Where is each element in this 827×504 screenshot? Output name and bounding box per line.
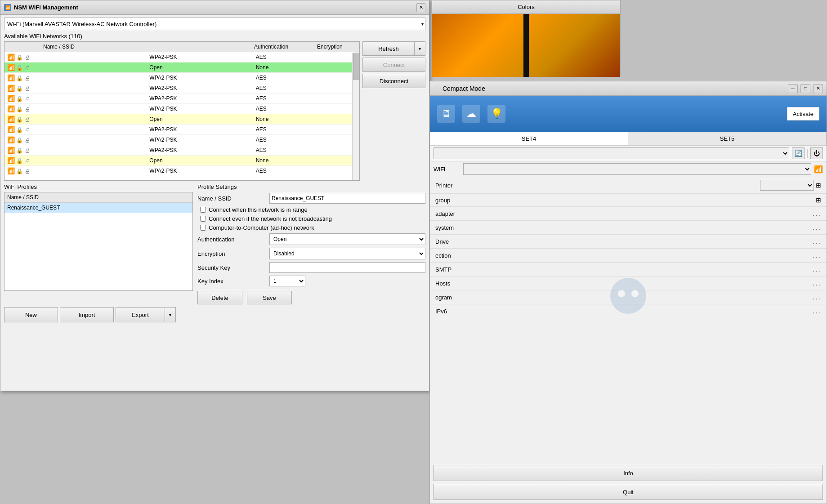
network-auth-cell: WPA2-PSK — [147, 94, 253, 104]
network-row[interactable]: 📶 🔒 🖨 WPA2-PSKAES — [4, 94, 359, 104]
network-enc-cell: AES — [253, 145, 359, 156]
list-item-group[interactable]: group ⊞ — [430, 194, 827, 207]
rp-screens-icon-btn[interactable]: 🖥 — [437, 105, 455, 123]
list-item-section[interactable]: ection ... — [430, 249, 827, 263]
profile-keyindex-select[interactable]: 1 2 3 4 — [269, 276, 305, 286]
rp-power-tool-btn[interactable]: ⏻ — [810, 147, 823, 159]
network-icons-cell: 📶 🔒 🖨 — [4, 135, 40, 145]
export-button-container: Export ▾ — [116, 307, 176, 322]
network-row[interactable]: 📶 🔒 🖨 WPA2-PSKAES — [4, 166, 359, 176]
network-row[interactable]: 📶 🔒 🖨 WPA2-PSKAES — [4, 125, 359, 135]
rp-cloud-icon-btn[interactable]: ☁ — [462, 105, 480, 123]
lock-icon: 🔒 — [16, 158, 23, 164]
list-item-adapter[interactable]: adapter ... — [430, 207, 827, 221]
right-panel-minimize-button[interactable]: ─ — [788, 84, 798, 93]
available-networks-section: Available WiFi Networks (110) Name / SSI… — [4, 33, 425, 181]
import-profile-button[interactable]: Import — [60, 307, 114, 322]
right-panel-close-button[interactable]: ✕ — [813, 84, 823, 93]
list-item-printer[interactable]: Printer ⊞ — [430, 177, 827, 194]
quit-button[interactable]: Quit — [434, 484, 823, 500]
tab-set5[interactable]: SET5 — [628, 132, 827, 145]
network-row[interactable]: 📶 🔒 🖨 WPA2-PSKAES — [4, 145, 359, 156]
new-profile-button[interactable]: New — [4, 307, 58, 322]
networks-table-scroll[interactable]: 📶 🔒 🖨 WPA2-PSKAES 📶 🔒 🖨 OpenNone 📶 🔒 🖨 W… — [4, 52, 359, 181]
printer-icon: 🖨 — [25, 54, 30, 61]
profile-check2-row: Connect even if the network is not broad… — [197, 215, 425, 222]
activate-button[interactable]: Activate — [787, 107, 819, 120]
nsm-close-button[interactable]: ✕ — [416, 3, 425, 12]
refresh-button[interactable]: Refresh — [362, 41, 415, 56]
list-item-drive[interactable]: Drive ... — [430, 235, 827, 249]
wifi-dropdown-container: Wi-Fi (Marvell AVASTAR Wireless-AC Netwo… — [4, 18, 425, 30]
printer-icon: 🖨 — [25, 127, 30, 133]
drive-dots: ... — [813, 237, 821, 245]
list-item-system[interactable]: system ... — [430, 221, 827, 235]
wifi-adapter-select[interactable]: Wi-Fi (Marvell AVASTAR Wireless-AC Netwo… — [4, 18, 425, 30]
profile-key-label: Security Key — [197, 264, 269, 271]
signal-icon: 📶 — [7, 74, 15, 81]
lock-icon: 🔒 — [16, 116, 23, 123]
printer-icon: 🖨 — [25, 75, 30, 81]
colors-panel: Colors — [432, 0, 621, 76]
networks-scrollbar[interactable] — [352, 53, 359, 180]
network-enc-cell: AES — [253, 104, 359, 114]
network-row[interactable]: 📶 🔒 🖨 OpenNone — [4, 156, 359, 166]
rp-tabs: SET4 SET5 — [430, 132, 827, 146]
network-row[interactable]: 📶 🔒 🖨 WPA2-PSKAES — [4, 52, 359, 62]
signal-icon: 📶 — [7, 157, 15, 164]
network-ssid-cell — [40, 104, 147, 114]
lock-icon: 🔒 — [16, 106, 23, 112]
rp-refresh-tool-btn[interactable]: 🔄 — [792, 147, 805, 159]
connect-not-broadcasting-checkbox[interactable] — [200, 216, 206, 222]
network-row[interactable]: 📶 🔒 🖨 WPA2-PSKAES — [4, 83, 359, 94]
network-icons-cell: 📶 🔒 🖨 — [4, 52, 40, 62]
network-row[interactable]: 📶 🔒 🖨 WPA2-PSKAES — [4, 73, 359, 83]
printer-icon: 🖨 — [25, 168, 30, 174]
refresh-dropdown-button[interactable]: ▾ — [415, 41, 425, 56]
info-button[interactable]: Info — [434, 465, 823, 481]
network-row[interactable]: 📶 🔒 🖨 OpenNone — [4, 114, 359, 125]
profile-key-input[interactable] — [269, 262, 425, 273]
connect-in-range-checkbox[interactable] — [200, 207, 206, 213]
rp-wifi-select[interactable] — [463, 163, 811, 175]
rp-blue-header: 🖥 ☁ 💡 Activate — [430, 96, 827, 132]
network-ssid-cell — [40, 145, 147, 156]
rp-tool-select[interactable] — [434, 147, 789, 159]
tab-set4[interactable]: SET4 — [430, 132, 628, 145]
delete-profile-button[interactable]: Delete — [197, 291, 242, 304]
save-profile-button[interactable]: Save — [247, 291, 292, 304]
connect-button[interactable]: Connect — [362, 58, 425, 72]
right-panel-restore-button[interactable]: □ — [800, 84, 810, 93]
printer-icon: 🖨 — [25, 85, 30, 92]
printer-select[interactable] — [760, 180, 814, 191]
adhoc-checkbox[interactable] — [200, 225, 206, 231]
network-row[interactable]: 📶 🔒 🖨 WPA2-PSKAES — [4, 104, 359, 114]
profile-auth-select[interactable]: Open WPA2-PSK WPA-PSK — [269, 233, 425, 245]
network-enc-cell: None — [253, 114, 359, 125]
export-profile-button[interactable]: Export — [116, 307, 165, 322]
network-auth-cell: Open — [147, 114, 253, 125]
network-enc-cell: AES — [253, 83, 359, 94]
lock-icon: 🔒 — [16, 137, 23, 143]
network-auth-cell: WPA2-PSK — [147, 52, 253, 62]
profile-name-input[interactable] — [269, 193, 425, 204]
network-row[interactable]: 📶 🔒 🖨 OpenNone — [4, 62, 359, 73]
profile-name-row: Name / SSID — [197, 193, 425, 204]
network-auth-cell: WPA2-PSK — [147, 83, 253, 94]
disconnect-button[interactable]: Disconnect — [362, 74, 425, 88]
lock-icon: 🔒 — [16, 54, 23, 61]
profile-enc-select[interactable]: Disabled AES TKIP — [269, 248, 425, 259]
adapter-dots: ... — [813, 210, 821, 218]
network-icons-cell: 📶 🔒 🖨 — [4, 94, 40, 104]
network-row[interactable]: 📶 🔒 🖨 WPA2-PSKAES — [4, 135, 359, 145]
profile-row[interactable]: Renaissance_GUEST — [4, 203, 192, 213]
export-dropdown-button[interactable]: ▾ — [165, 307, 176, 322]
network-icons-cell: 📶 🔒 🖨 — [4, 114, 40, 125]
profiles-col-ssid: Name / SSID — [4, 192, 192, 203]
network-enc-cell: AES — [253, 125, 359, 135]
profiles-title: WiFi Profiles — [4, 183, 193, 190]
rp-bulb-icon-btn[interactable]: 💡 — [487, 105, 505, 123]
profile-enc-row: Encryption Disabled AES TKIP — [197, 248, 425, 259]
networks-scrollbar-thumb[interactable] — [353, 53, 359, 80]
profiles-table: Name / SSID Renaissance_GUEST — [4, 192, 192, 213]
